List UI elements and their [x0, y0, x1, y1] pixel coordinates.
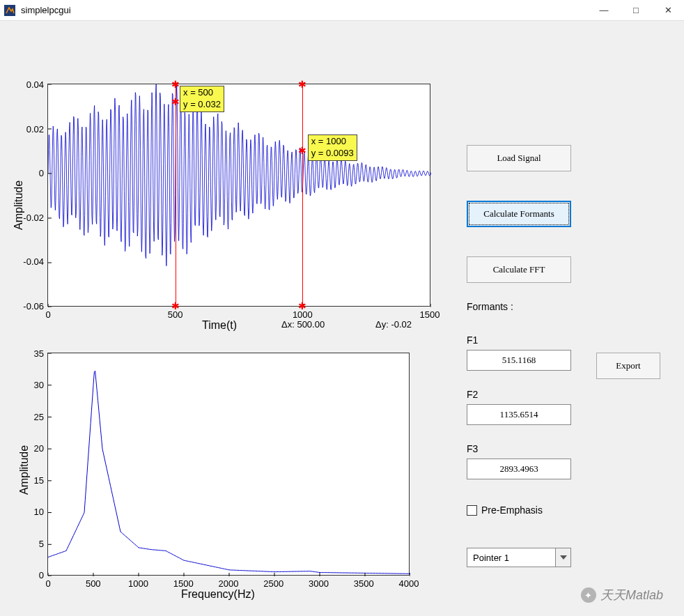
time-ylabel: Amplitude	[13, 180, 25, 230]
data-cursor-1[interactable]	[176, 84, 176, 306]
close-button[interactable]: ✕	[652, 0, 684, 21]
xtick: 2500	[263, 578, 283, 589]
f1-label: F1	[467, 334, 478, 346]
xtick: 1500	[173, 578, 194, 589]
cursor-marker-icon: ✱	[298, 148, 306, 154]
ytick: 0	[9, 168, 44, 178]
cursor-marker-icon: ✱	[298, 82, 306, 88]
freq-ylabel: Amplitude	[18, 445, 31, 495]
cursor-marker-icon: ✱	[171, 303, 180, 309]
freq-xlabel: Frequency(Hz)	[181, 588, 255, 601]
f2-label: F2	[467, 389, 478, 400]
window-title: simplelpcgui	[21, 5, 71, 15]
ytick: 10	[9, 507, 44, 517]
ytick: 25	[9, 411, 44, 422]
xtick: 2000	[219, 578, 239, 589]
datatip-x: x = 1000	[311, 136, 346, 146]
svg-rect-0	[4, 5, 15, 16]
f3-value-field[interactable]: 2893.4963	[467, 459, 571, 479]
xtick: 0	[45, 309, 50, 320]
ytick: 35	[9, 348, 44, 359]
ytick: -0.06	[9, 301, 44, 311]
datatip-y: y = 0.032	[183, 99, 221, 109]
ytick: 0	[9, 570, 44, 580]
ytick: 30	[9, 380, 44, 390]
calculate-fft-button[interactable]: Calculate FFT	[467, 256, 571, 283]
f2-value-field[interactable]: 1135.6514	[467, 404, 571, 425]
cursor-marker-icon: ✱	[298, 303, 306, 309]
xtick: 4000	[399, 578, 419, 589]
wechat-icon: ✦	[581, 587, 596, 603]
cursor-marker-icon: ✱	[171, 99, 180, 105]
pre-emphasis-checkbox[interactable]: Pre-Emphasis	[467, 505, 543, 516]
ytick: -0.04	[9, 256, 44, 267]
datatip-x: x = 500	[183, 87, 213, 98]
xtick: 1500	[420, 309, 440, 320]
xtick: 1000	[128, 578, 148, 589]
calculate-formants-button[interactable]: Calculate Formants	[467, 201, 571, 227]
ytick: 0.04	[9, 79, 44, 90]
export-button[interactable]: Export	[596, 353, 660, 379]
xtick: 3000	[309, 578, 329, 589]
ytick: 5	[9, 538, 44, 548]
data-tip-1[interactable]: x = 500 y = 0.032	[180, 86, 224, 112]
frequency-plot[interactable]: 0 5 10 15 20 25 30 35 0 500 1000 1500 20…	[47, 353, 410, 576]
datatip-y: y = 0.0093	[311, 148, 354, 158]
formants-heading: Formants :	[467, 301, 513, 312]
data-tip-2[interactable]: x = 1000 y = 0.0093	[308, 134, 357, 161]
data-cursor-2[interactable]	[302, 84, 303, 306]
pointer-dropdown[interactable]: Pointer 1	[467, 548, 571, 567]
chevron-down-icon	[555, 548, 570, 567]
watermark: ✦ 天天Matlab	[581, 587, 663, 603]
f3-label: F3	[467, 443, 478, 454]
watermark-text: 天天Matlab	[600, 587, 663, 603]
xtick: 3500	[354, 578, 374, 589]
client-area: -0.06 -0.04 -0.02 0 0.02 0.04 0 500 1000…	[0, 21, 684, 616]
xtick: 0	[45, 578, 50, 589]
checkbox-icon	[467, 505, 477, 516]
pre-emphasis-label: Pre-Emphasis	[481, 505, 543, 516]
minimize-button[interactable]: —	[588, 0, 620, 21]
delta-y-readout: Δy: -0.02	[375, 319, 412, 330]
cursor-marker-icon: ✱	[171, 82, 180, 88]
matlab-icon	[4, 5, 15, 16]
f1-value-field[interactable]: 515.1168	[467, 350, 571, 371]
time-xlabel: Time(t)	[202, 319, 237, 332]
titlebar: simplelpcgui — □ ✕	[0, 0, 684, 21]
load-signal-button[interactable]: Load Signal	[467, 145, 571, 171]
maximize-button[interactable]: □	[620, 0, 652, 21]
ytick: 0.02	[9, 123, 44, 134]
time-plot[interactable]: -0.06 -0.04 -0.02 0 0.02 0.04 0 500 1000…	[47, 84, 430, 307]
dropdown-value: Pointer 1	[467, 553, 555, 563]
xtick: 500	[86, 578, 101, 589]
delta-x-readout: Δx: 500.00	[281, 319, 325, 330]
